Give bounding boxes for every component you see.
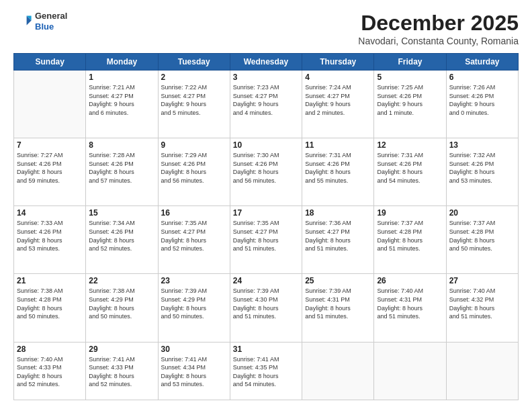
day-info: Sunrise: 7:28 AM Sunset: 4:26 PM Dayligh… (89, 151, 154, 185)
day-number: 14 (17, 208, 83, 218)
table-row: 11Sunrise: 7:31 AM Sunset: 4:26 PM Dayli… (302, 138, 374, 206)
table-row (446, 342, 518, 400)
day-info: Sunrise: 7:22 AM Sunset: 4:27 PM Dayligh… (161, 83, 227, 117)
logo-text: General Blue (35, 11, 67, 32)
day-number: 4 (305, 73, 371, 82)
title-section: December 2025 Navodari, Constanta County… (358, 11, 519, 46)
day-number: 23 (161, 276, 227, 285)
day-number: 21 (17, 276, 83, 285)
day-number: 31 (233, 345, 299, 354)
location-subtitle: Navodari, Constanta County, Romania (358, 36, 519, 46)
day-info: Sunrise: 7:38 AM Sunset: 4:29 PM Dayligh… (89, 287, 154, 320)
day-info: Sunrise: 7:40 AM Sunset: 4:32 PM Dayligh… (449, 287, 515, 320)
logo-general: General (35, 11, 67, 21)
day-info: Sunrise: 7:38 AM Sunset: 4:28 PM Dayligh… (17, 287, 83, 320)
calendar-week-row: 28Sunrise: 7:40 AM Sunset: 4:33 PM Dayli… (14, 342, 519, 400)
table-row: 6Sunrise: 7:26 AM Sunset: 4:26 PM Daylig… (446, 71, 518, 138)
table-row: 5Sunrise: 7:25 AM Sunset: 4:26 PM Daylig… (374, 71, 446, 138)
day-number: 28 (17, 345, 83, 354)
table-row: 23Sunrise: 7:39 AM Sunset: 4:29 PM Dayli… (158, 274, 230, 342)
col-tuesday: Tuesday (158, 54, 230, 71)
day-info: Sunrise: 7:39 AM Sunset: 4:30 PM Dayligh… (233, 287, 299, 320)
table-row: 24Sunrise: 7:39 AM Sunset: 4:30 PM Dayli… (230, 274, 302, 342)
table-row: 22Sunrise: 7:38 AM Sunset: 4:29 PM Dayli… (86, 274, 158, 342)
table-row: 14Sunrise: 7:33 AM Sunset: 4:26 PM Dayli… (14, 206, 86, 274)
col-thursday: Thursday (302, 54, 374, 71)
day-number: 29 (89, 345, 154, 354)
day-info: Sunrise: 7:30 AM Sunset: 4:26 PM Dayligh… (233, 151, 299, 185)
table-row: 13Sunrise: 7:32 AM Sunset: 4:26 PM Dayli… (446, 138, 518, 206)
day-number: 15 (89, 208, 154, 218)
day-number: 9 (161, 140, 227, 150)
calendar-week-row: 21Sunrise: 7:38 AM Sunset: 4:28 PM Dayli… (14, 274, 519, 342)
day-info: Sunrise: 7:27 AM Sunset: 4:26 PM Dayligh… (17, 151, 83, 185)
table-row: 12Sunrise: 7:31 AM Sunset: 4:26 PM Dayli… (374, 138, 446, 206)
table-row: 19Sunrise: 7:37 AM Sunset: 4:28 PM Dayli… (374, 206, 446, 274)
col-friday: Friday (374, 54, 446, 71)
day-info: Sunrise: 7:41 AM Sunset: 4:35 PM Dayligh… (233, 355, 299, 389)
day-number: 12 (377, 140, 443, 150)
table-row: 20Sunrise: 7:37 AM Sunset: 4:28 PM Dayli… (446, 206, 518, 274)
day-info: Sunrise: 7:37 AM Sunset: 4:28 PM Dayligh… (449, 219, 515, 253)
day-info: Sunrise: 7:41 AM Sunset: 4:34 PM Dayligh… (161, 355, 227, 389)
table-row: 27Sunrise: 7:40 AM Sunset: 4:32 PM Dayli… (446, 274, 518, 342)
day-info: Sunrise: 7:23 AM Sunset: 4:27 PM Dayligh… (233, 83, 299, 117)
table-row: 31Sunrise: 7:41 AM Sunset: 4:35 PM Dayli… (230, 342, 302, 400)
day-number: 27 (449, 276, 515, 285)
table-row (302, 342, 374, 400)
day-info: Sunrise: 7:41 AM Sunset: 4:33 PM Dayligh… (89, 355, 154, 389)
day-number: 7 (17, 140, 83, 150)
day-number: 13 (449, 140, 515, 150)
day-info: Sunrise: 7:26 AM Sunset: 4:26 PM Dayligh… (449, 83, 515, 117)
day-number: 20 (449, 208, 515, 218)
table-row: 7Sunrise: 7:27 AM Sunset: 4:26 PM Daylig… (14, 138, 86, 206)
table-row: 15Sunrise: 7:34 AM Sunset: 4:26 PM Dayli… (86, 206, 158, 274)
calendar-week-row: 1Sunrise: 7:21 AM Sunset: 4:27 PM Daylig… (14, 71, 519, 138)
col-wednesday: Wednesday (230, 54, 302, 71)
day-info: Sunrise: 7:35 AM Sunset: 4:27 PM Dayligh… (233, 219, 299, 253)
table-row: 18Sunrise: 7:36 AM Sunset: 4:27 PM Dayli… (302, 206, 374, 274)
calendar-week-row: 7Sunrise: 7:27 AM Sunset: 4:26 PM Daylig… (14, 138, 519, 206)
day-number: 16 (161, 208, 227, 218)
day-info: Sunrise: 7:40 AM Sunset: 4:31 PM Dayligh… (377, 287, 443, 320)
day-info: Sunrise: 7:29 AM Sunset: 4:26 PM Dayligh… (161, 151, 227, 185)
table-row: 8Sunrise: 7:28 AM Sunset: 4:26 PM Daylig… (86, 138, 158, 206)
day-info: Sunrise: 7:21 AM Sunset: 4:27 PM Dayligh… (89, 83, 154, 117)
table-row: 30Sunrise: 7:41 AM Sunset: 4:34 PM Dayli… (158, 342, 230, 400)
day-info: Sunrise: 7:40 AM Sunset: 4:33 PM Dayligh… (17, 355, 83, 389)
day-number: 26 (377, 276, 443, 285)
table-row: 3Sunrise: 7:23 AM Sunset: 4:27 PM Daylig… (230, 71, 302, 138)
logo: General Blue (13, 11, 67, 32)
day-info: Sunrise: 7:34 AM Sunset: 4:26 PM Dayligh… (89, 219, 154, 253)
logo-blue: Blue (35, 21, 67, 32)
day-info: Sunrise: 7:39 AM Sunset: 4:29 PM Dayligh… (161, 287, 227, 320)
col-sunday: Sunday (14, 54, 86, 71)
day-info: Sunrise: 7:25 AM Sunset: 4:26 PM Dayligh… (377, 83, 443, 117)
day-info: Sunrise: 7:32 AM Sunset: 4:26 PM Dayligh… (449, 151, 515, 185)
table-row: 28Sunrise: 7:40 AM Sunset: 4:33 PM Dayli… (14, 342, 86, 400)
day-number: 3 (233, 73, 299, 82)
calendar-table: Sunday Monday Tuesday Wednesday Thursday… (13, 53, 519, 400)
table-row: 9Sunrise: 7:29 AM Sunset: 4:26 PM Daylig… (158, 138, 230, 206)
table-row: 16Sunrise: 7:35 AM Sunset: 4:27 PM Dayli… (158, 206, 230, 274)
day-number: 22 (89, 276, 154, 285)
month-title: December 2025 (358, 11, 519, 36)
calendar-page: General Blue December 2025 Navodari, Con… (0, 0, 532, 411)
day-info: Sunrise: 7:31 AM Sunset: 4:26 PM Dayligh… (377, 151, 443, 185)
calendar-header-row: Sunday Monday Tuesday Wednesday Thursday… (14, 54, 519, 71)
day-number: 19 (377, 208, 443, 218)
day-number: 30 (161, 345, 227, 354)
table-row: 25Sunrise: 7:39 AM Sunset: 4:31 PM Dayli… (302, 274, 374, 342)
col-monday: Monday (86, 54, 158, 71)
day-info: Sunrise: 7:24 AM Sunset: 4:27 PM Dayligh… (305, 83, 371, 117)
day-info: Sunrise: 7:39 AM Sunset: 4:31 PM Dayligh… (305, 287, 371, 320)
day-info: Sunrise: 7:37 AM Sunset: 4:28 PM Dayligh… (377, 219, 443, 253)
day-number: 11 (305, 140, 371, 150)
day-number: 24 (233, 276, 299, 285)
day-number: 25 (305, 276, 371, 285)
table-row: 17Sunrise: 7:35 AM Sunset: 4:27 PM Dayli… (230, 206, 302, 274)
table-row: 4Sunrise: 7:24 AM Sunset: 4:27 PM Daylig… (302, 71, 374, 138)
table-row: 10Sunrise: 7:30 AM Sunset: 4:26 PM Dayli… (230, 138, 302, 206)
day-number: 8 (89, 140, 154, 150)
day-number: 18 (305, 208, 371, 218)
